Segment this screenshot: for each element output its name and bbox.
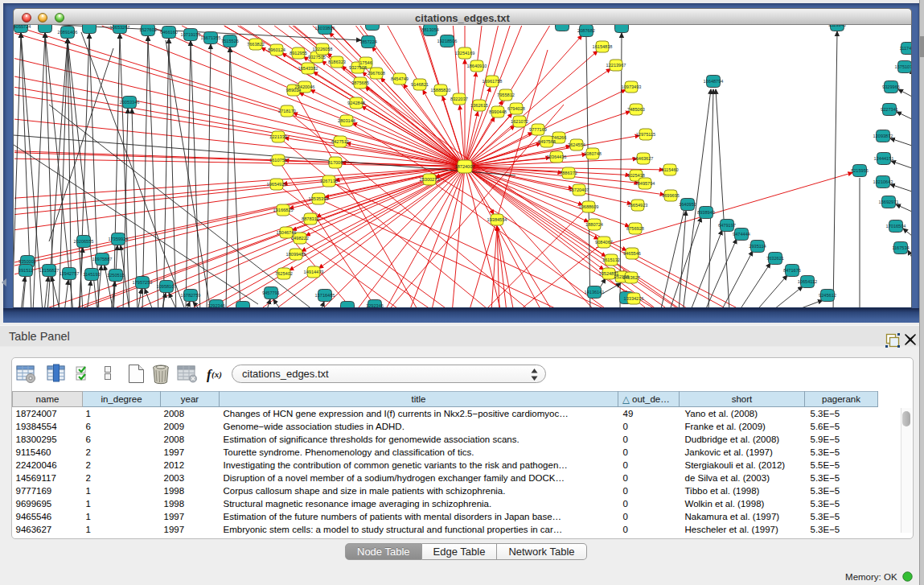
svg-text:16463627: 16463627 xyxy=(634,156,654,161)
svg-text:9777169: 9777169 xyxy=(529,127,547,132)
svg-text:20364436: 20364436 xyxy=(547,154,567,159)
svg-text:12444151: 12444151 xyxy=(874,156,894,161)
svg-text:9329966: 9329966 xyxy=(882,84,900,89)
svg-text:8471676: 8471676 xyxy=(783,268,801,273)
svg-text:18495794: 18495794 xyxy=(635,181,655,186)
svg-text:15046746: 15046746 xyxy=(277,230,297,235)
svg-text:1621072: 1621072 xyxy=(511,119,528,124)
svg-text:14914479: 14914479 xyxy=(304,270,324,274)
svg-text:1250515: 1250515 xyxy=(107,273,125,278)
svg-text:10688609: 10688609 xyxy=(579,204,599,209)
svg-text:20053346: 20053346 xyxy=(120,100,140,105)
svg-text:1498222: 1498222 xyxy=(291,236,309,241)
svg-text:9242848: 9242848 xyxy=(347,101,365,105)
svg-text:10653267: 10653267 xyxy=(110,25,130,30)
svg-text:23420046: 23420046 xyxy=(295,84,315,89)
svg-text:2803144: 2803144 xyxy=(338,118,355,123)
svg-text:9457791: 9457791 xyxy=(262,290,280,295)
svg-text:16033809: 16033809 xyxy=(315,26,335,31)
svg-text:9699695: 9699695 xyxy=(662,193,680,198)
svg-text:20206555: 20206555 xyxy=(74,239,94,244)
svg-text:16654923: 16654923 xyxy=(628,203,648,208)
svg-text:2718170: 2718170 xyxy=(278,109,296,113)
svg-text:13535394: 13535394 xyxy=(309,196,329,201)
svg-text:6794028: 6794028 xyxy=(507,106,525,111)
svg-text:1615132: 1615132 xyxy=(602,257,620,262)
svg-text:10975887: 10975887 xyxy=(92,257,113,262)
svg-text:1880724: 1880724 xyxy=(585,222,603,227)
svg-text:6479197: 6479197 xyxy=(718,223,736,228)
svg-text:15885820: 15885820 xyxy=(431,88,451,93)
svg-text:10958107: 10958107 xyxy=(157,284,177,289)
svg-text:9084067: 9084067 xyxy=(595,240,613,245)
svg-text:1292346: 1292346 xyxy=(366,303,384,308)
svg-text:14055724: 14055724 xyxy=(14,25,31,29)
svg-text:20891406: 20891406 xyxy=(58,30,78,35)
svg-text:7663822: 7663822 xyxy=(247,42,265,47)
svg-text:8322037: 8322037 xyxy=(450,97,468,101)
svg-text:14136141: 14136141 xyxy=(585,290,605,295)
svg-text:817006: 817006 xyxy=(328,160,343,165)
svg-text:2935114: 2935114 xyxy=(749,244,766,249)
svg-text:1292346: 1292346 xyxy=(207,303,225,308)
svg-text:13226058: 13226058 xyxy=(313,47,333,51)
svg-text:25300273: 25300273 xyxy=(420,177,440,182)
svg-text:2967608: 2967608 xyxy=(368,71,385,76)
svg-text:7886372: 7886372 xyxy=(560,171,577,175)
svg-text:1527602: 1527602 xyxy=(139,27,157,32)
svg-text:7955812: 7955812 xyxy=(497,93,515,97)
svg-text:7632621: 7632621 xyxy=(766,256,784,261)
svg-text:12156827: 12156827 xyxy=(39,268,60,273)
svg-text:9463627: 9463627 xyxy=(622,275,640,280)
svg-text:19384554: 19384554 xyxy=(487,217,507,222)
svg-text:8215955: 8215955 xyxy=(851,168,869,173)
svg-text:10973493: 10973493 xyxy=(622,84,642,89)
svg-text:18099489: 18099489 xyxy=(286,252,306,257)
svg-text:7625402: 7625402 xyxy=(275,271,293,276)
svg-text:17016504: 17016504 xyxy=(886,224,906,229)
svg-text:19166825: 19166825 xyxy=(273,208,294,212)
svg-text:746266: 746266 xyxy=(552,135,567,140)
svg-text:10719155: 10719155 xyxy=(181,32,201,37)
svg-text:391511: 391511 xyxy=(18,268,33,273)
svg-text:8756928: 8756928 xyxy=(626,226,644,231)
svg-text:7515526: 7515526 xyxy=(221,39,239,43)
svg-text:3624554: 3624554 xyxy=(568,142,585,147)
svg-text:1640953: 1640953 xyxy=(679,202,696,207)
svg-text:3875685: 3875685 xyxy=(351,80,369,85)
svg-text:16154838: 16154838 xyxy=(593,44,613,49)
svg-text:15692971: 15692971 xyxy=(879,200,899,204)
svg-text:19654923: 19654923 xyxy=(267,182,287,187)
svg-text:9146821: 9146821 xyxy=(411,82,429,87)
svg-text:16961758: 16961758 xyxy=(483,79,503,84)
svg-text:9327508: 9327508 xyxy=(349,65,367,70)
svg-text:1362615: 1362615 xyxy=(470,103,488,108)
svg-text:10210643: 10210643 xyxy=(873,179,893,184)
svg-text:1221339: 1221339 xyxy=(269,134,287,139)
svg-text:17359924: 17359924 xyxy=(109,237,129,241)
svg-text:8990448: 8990448 xyxy=(489,109,507,114)
svg-text:17546: 17546 xyxy=(359,60,372,65)
svg-text:6466160: 6466160 xyxy=(160,30,178,35)
svg-text:13334216: 13334216 xyxy=(624,296,644,301)
svg-text:(x): (x) xyxy=(211,369,222,380)
svg-text:16543382: 16543382 xyxy=(298,66,318,71)
svg-text:12975115: 12975115 xyxy=(636,132,655,137)
svg-text:15716485: 15716485 xyxy=(315,293,335,298)
svg-text:7857224: 7857224 xyxy=(359,39,377,44)
svg-text:9474444: 9474444 xyxy=(733,232,750,237)
svg-text:15720407: 15720407 xyxy=(569,187,589,192)
svg-text:9245612: 9245612 xyxy=(819,293,836,298)
svg-text:8454749: 8454749 xyxy=(391,76,409,81)
svg-text:10654112: 10654112 xyxy=(798,279,817,284)
svg-text:12213967: 12213967 xyxy=(606,63,626,68)
svg-text:13254169: 13254169 xyxy=(455,51,475,56)
svg-text:16671355: 16671355 xyxy=(201,35,221,40)
svg-text:9115460: 9115460 xyxy=(661,167,678,172)
svg-text:1080748: 1080748 xyxy=(584,151,602,156)
svg-text:9327505: 9327505 xyxy=(308,55,326,60)
svg-text:15751074: 15751074 xyxy=(895,64,912,69)
svg-text:19218506: 19218506 xyxy=(437,39,458,43)
svg-text:9465546: 9465546 xyxy=(623,251,641,256)
svg-text:8960124: 8960124 xyxy=(268,47,285,52)
